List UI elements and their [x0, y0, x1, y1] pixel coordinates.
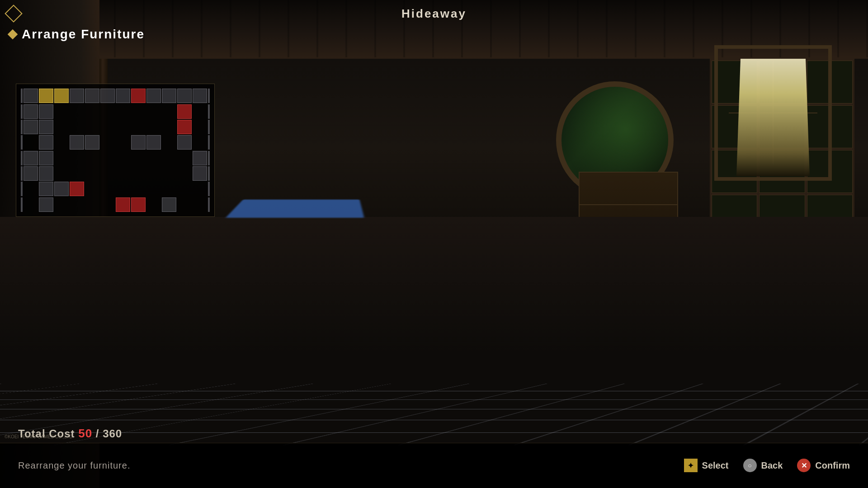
grid-cell-3-2[interactable]	[54, 135, 69, 150]
grid-cell-4-11[interactable]	[193, 151, 207, 165]
select-control[interactable]: ✦ Select	[684, 459, 729, 472]
grid-cell-7-11[interactable]	[193, 197, 207, 212]
grid-cell-6-11[interactable]	[193, 182, 207, 196]
grid-cell-5-7[interactable]	[131, 166, 146, 181]
grid-cell-5-0[interactable]	[24, 166, 38, 181]
grid-cell-6-4[interactable]	[85, 182, 99, 196]
back-control[interactable]: ○ Back	[743, 459, 783, 472]
grid-cell-5-5[interactable]	[100, 166, 115, 181]
grid-cell-4-3[interactable]	[70, 151, 84, 165]
grid-cell-4-5[interactable]	[100, 151, 115, 165]
grid-cell-7-3[interactable]	[70, 197, 84, 212]
grid-cell-0-10[interactable]	[177, 89, 192, 103]
grid-cell-3-10[interactable]	[177, 135, 192, 150]
grid-cell-2-8[interactable]	[146, 120, 161, 134]
grid-cell-2-10[interactable]	[177, 120, 192, 134]
grid-cell-5-9[interactable]	[162, 166, 176, 181]
grid-cell-7-7[interactable]	[131, 197, 146, 212]
grid-cell-5-1[interactable]	[39, 166, 53, 181]
grid-cell-3-6[interactable]	[116, 135, 130, 150]
grid-cell-2-9[interactable]	[162, 120, 176, 134]
grid-cell-2-11[interactable]	[193, 120, 207, 134]
grid-cell-6-2[interactable]	[54, 182, 69, 196]
furniture-map[interactable]	[16, 84, 215, 217]
grid-cell-3-5[interactable]	[100, 135, 115, 150]
grid-cell-7-2[interactable]	[54, 197, 69, 212]
grid-cell-5-10[interactable]	[177, 166, 192, 181]
grid-cell-3-1[interactable]	[39, 135, 53, 150]
grid-cell-1-8[interactable]	[146, 104, 161, 119]
grid-cell-6-7[interactable]	[131, 182, 146, 196]
grid-cell-5-4[interactable]	[85, 166, 99, 181]
grid-cell-0-9[interactable]	[162, 89, 176, 103]
grid-cell-6-6[interactable]	[116, 182, 130, 196]
grid-cell-3-0[interactable]	[24, 135, 38, 150]
grid-cell-5-11[interactable]	[193, 166, 207, 181]
grid-cell-1-10[interactable]	[177, 104, 192, 119]
grid-cell-4-0[interactable]	[24, 151, 38, 165]
grid-cell-2-1[interactable]	[39, 120, 53, 134]
grid-cell-0-5[interactable]	[100, 89, 115, 103]
grid-cell-0-6[interactable]	[116, 89, 130, 103]
grid-cell-5-2[interactable]	[54, 166, 69, 181]
grid-cell-4-6[interactable]	[116, 151, 130, 165]
grid-cell-7-10[interactable]	[177, 197, 192, 212]
grid-cell-0-11[interactable]	[193, 89, 207, 103]
grid-cell-2-3[interactable]	[70, 120, 84, 134]
grid-cell-2-4[interactable]	[85, 120, 99, 134]
grid-cell-6-3[interactable]	[70, 182, 84, 196]
grid-cell-3-8[interactable]	[146, 135, 161, 150]
grid-cell-0-3[interactable]	[70, 89, 84, 103]
grid-cell-4-10[interactable]	[177, 151, 192, 165]
grid-cell-2-0[interactable]	[24, 120, 38, 134]
grid-cell-1-0[interactable]	[24, 104, 38, 119]
grid-cell-0-1[interactable]	[39, 89, 53, 103]
grid-cell-1-3[interactable]	[70, 104, 84, 119]
grid-cell-5-8[interactable]	[146, 166, 161, 181]
grid-cell-3-9[interactable]	[162, 135, 176, 150]
grid-cell-3-11[interactable]	[193, 135, 207, 150]
grid-cell-4-2[interactable]	[54, 151, 69, 165]
grid-cell-7-5[interactable]	[100, 197, 115, 212]
grid-cell-4-4[interactable]	[85, 151, 99, 165]
grid-cell-0-8[interactable]	[146, 89, 161, 103]
grid-cell-1-2[interactable]	[54, 104, 69, 119]
grid-cell-7-6[interactable]	[116, 197, 130, 212]
grid-cell-2-6[interactable]	[116, 120, 130, 134]
grid-cell-3-4[interactable]	[85, 135, 99, 150]
grid-cell-1-1[interactable]	[39, 104, 53, 119]
grid-cell-7-8[interactable]	[146, 197, 161, 212]
grid-cell-2-7[interactable]	[131, 120, 146, 134]
grid-cell-6-9[interactable]	[162, 182, 176, 196]
grid-cell-6-1[interactable]	[39, 182, 53, 196]
grid-cell-7-4[interactable]	[85, 197, 99, 212]
grid-cell-1-5[interactable]	[100, 104, 115, 119]
grid-cell-7-1[interactable]	[39, 197, 53, 212]
grid-cell-2-5[interactable]	[100, 120, 115, 134]
grid-cell-5-3[interactable]	[70, 166, 84, 181]
grid-cell-4-8[interactable]	[146, 151, 161, 165]
grid-cell-0-7[interactable]	[131, 89, 146, 103]
grid-cell-1-9[interactable]	[162, 104, 176, 119]
grid-cell-2-2[interactable]	[54, 120, 69, 134]
grid-cell-7-9[interactable]	[162, 197, 176, 212]
grid-cell-0-0[interactable]	[24, 89, 38, 103]
grid-cell-1-7[interactable]	[131, 104, 146, 119]
grid-cell-1-6[interactable]	[116, 104, 130, 119]
grid-cell-6-5[interactable]	[100, 182, 115, 196]
confirm-control[interactable]: ✕ Confirm	[797, 459, 850, 472]
grid-cell-0-2[interactable]	[54, 89, 69, 103]
grid-cell-5-6[interactable]	[116, 166, 130, 181]
grid-cell-6-8[interactable]	[146, 182, 161, 196]
grid-cell-4-7[interactable]	[131, 151, 146, 165]
grid-cell-6-0[interactable]	[24, 182, 38, 196]
grid-cell-3-3[interactable]	[70, 135, 84, 150]
grid-cell-6-10[interactable]	[177, 182, 192, 196]
grid-cell-0-4[interactable]	[85, 89, 99, 103]
grid-cell-4-9[interactable]	[162, 151, 176, 165]
grid-cell-7-0[interactable]	[24, 197, 38, 212]
grid-cell-1-4[interactable]	[85, 104, 99, 119]
grid-cell-1-11[interactable]	[193, 104, 207, 119]
grid-cell-3-7[interactable]	[131, 135, 146, 150]
grid-cell-4-1[interactable]	[39, 151, 53, 165]
